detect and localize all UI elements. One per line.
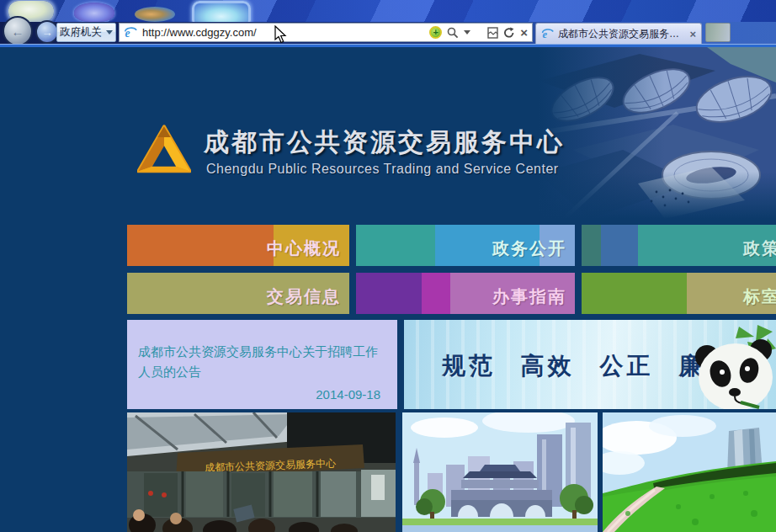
nav-button-4[interactable]: 交易信息 bbox=[127, 273, 349, 314]
new-tab-button[interactable] bbox=[705, 23, 731, 42]
back-arrow-icon: ← bbox=[12, 25, 24, 38]
nav-button-label: 中心概况 bbox=[267, 237, 341, 260]
chevron-down-icon bbox=[106, 30, 113, 35]
nav-button-label: 政策法规 bbox=[743, 237, 776, 260]
favorites-dropdown-button[interactable]: 政府机关 bbox=[56, 23, 116, 42]
ie-logo-icon: e bbox=[124, 26, 137, 40]
photo-field-tower[interactable] bbox=[603, 412, 776, 532]
nav-button-label: 政务公开 bbox=[492, 237, 566, 260]
page-title: 成都市公共资源交易服务中心 bbox=[204, 125, 565, 160]
search-icon[interactable] bbox=[447, 27, 459, 39]
forward-button[interactable]: → bbox=[35, 20, 59, 44]
forward-arrow-icon: → bbox=[42, 27, 53, 38]
url-text[interactable]: http://www.cdggzy.com/ bbox=[142, 26, 429, 39]
nav-button-1[interactable]: 中心概况 bbox=[127, 225, 349, 266]
nav-button-3[interactable]: 政策法规 bbox=[582, 225, 776, 266]
desktop-icon-blob-3 bbox=[135, 7, 175, 22]
photo-entrance[interactable]: 成都市公共资源交易服务中心 bbox=[127, 412, 396, 532]
announcement-date: 2014-09-18 bbox=[127, 387, 380, 402]
tab-close-icon[interactable]: × bbox=[689, 28, 696, 40]
search-dropdown-icon[interactable] bbox=[464, 30, 470, 35]
browser-navigation-bar: ← → 政府机关 e http://www.cdggzy.com/ + bbox=[0, 22, 776, 44]
announcement-link[interactable]: 成都市公共资源交易服务中心关于招聘工作人员的公告 bbox=[138, 342, 385, 382]
tab-title: 成都市公共资源交易服务中... bbox=[558, 27, 685, 41]
favorites-dropdown-label: 政府机关 bbox=[60, 25, 102, 40]
announcement-box: 成都市公共资源交易服务中心关于招聘工作人员的公告 2014-09-18 bbox=[127, 320, 397, 409]
compatibility-view-icon[interactable] bbox=[487, 27, 498, 39]
ie-logo-icon: e bbox=[541, 28, 554, 40]
back-button[interactable]: ← bbox=[3, 16, 33, 46]
browser-tab[interactable]: e 成都市公共资源交易服务中... × bbox=[535, 23, 702, 44]
header-aerial-buildings-image bbox=[539, 47, 776, 219]
nav-button-label: 交易信息 bbox=[267, 285, 341, 308]
slogan-banner[interactable]: 规范 高效 公正 廉洁 bbox=[404, 320, 776, 409]
nav-button-6[interactable]: 标室查询 bbox=[582, 273, 776, 314]
nav-button-label: 标室查询 bbox=[743, 285, 776, 308]
address-bar[interactable]: e http://www.cdggzy.com/ + × bbox=[119, 23, 533, 42]
nav-button-5[interactable]: 办事指南 bbox=[356, 273, 575, 314]
nav-button-2[interactable]: 政务公开 bbox=[356, 225, 575, 266]
main-nav: 中心概况政务公开政策法规交易信息办事指南标室查询 bbox=[127, 225, 776, 314]
photo-bridge-skyline[interactable] bbox=[402, 412, 598, 532]
refresh-icon[interactable] bbox=[503, 27, 515, 39]
site-safety-orb-icon[interactable]: + bbox=[429, 26, 442, 39]
stop-icon[interactable]: × bbox=[520, 26, 528, 39]
desktop-icon-blob-2 bbox=[74, 3, 114, 22]
webpage-viewport: 成都市公共资源交易服务中心 Chengdu Public Resources T… bbox=[0, 47, 776, 532]
page-subtitle: Chengdu Public Resources Trading and Ser… bbox=[206, 162, 559, 177]
nav-button-label: 办事指南 bbox=[492, 285, 566, 308]
panda-image bbox=[688, 325, 776, 409]
site-logo-icon bbox=[137, 123, 191, 182]
desktop-glass-strip bbox=[0, 0, 776, 22]
